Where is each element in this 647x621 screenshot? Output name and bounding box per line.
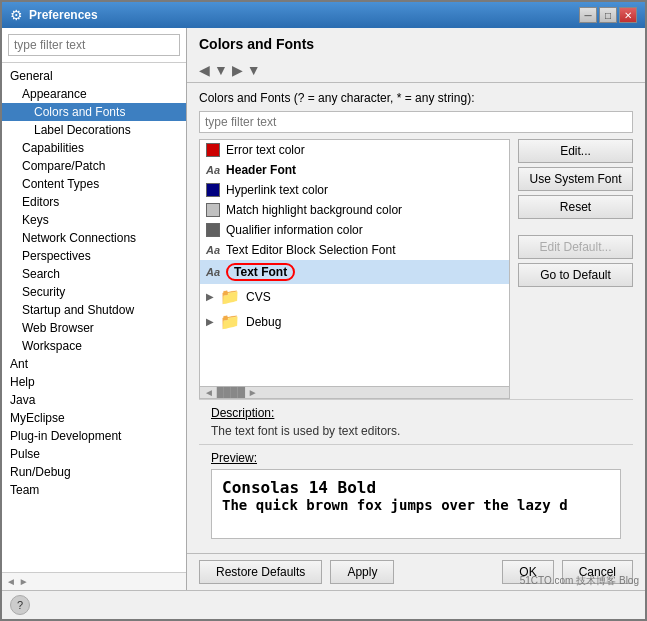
- apply-button[interactable]: Apply: [330, 560, 394, 584]
- expand-icon-cvs[interactable]: ▶: [206, 291, 214, 302]
- item-label-header: Header Font: [226, 163, 296, 177]
- back-button[interactable]: ◀: [199, 62, 210, 78]
- main-content: General Appearance Colors and Fonts Labe…: [2, 28, 645, 590]
- left-filter-input[interactable]: [8, 34, 180, 56]
- nav-dropdown[interactable]: ▼: [214, 62, 228, 78]
- title-bar: ⚙ Preferences ─ □ ✕: [2, 2, 645, 28]
- tree-workspace[interactable]: Workspace: [2, 337, 186, 355]
- folder-icon-debug: 📁: [220, 312, 240, 331]
- preview-box: Consolas 14 Bold The quick brown fox jum…: [211, 469, 621, 539]
- tree-pulse[interactable]: Pulse: [2, 445, 186, 463]
- tree-capabilities[interactable]: Capabilities: [2, 139, 186, 157]
- tree-content-types[interactable]: Content Types: [2, 175, 186, 193]
- item-label-block: Text Editor Block Selection Font: [226, 243, 395, 257]
- section-subtitle: Colors and Fonts (? = any character, * =…: [199, 91, 633, 105]
- close-button[interactable]: ✕: [619, 7, 637, 23]
- preferences-window: ⚙ Preferences ─ □ ✕ General Appearance C…: [0, 0, 647, 621]
- tree-myeclipse[interactable]: MyEclipse: [2, 409, 186, 427]
- tree-scrollbar[interactable]: ◄ ►: [2, 572, 186, 590]
- tree-search[interactable]: Search: [2, 265, 186, 283]
- tree-web-browser[interactable]: Web Browser: [2, 319, 186, 337]
- item-label-cvs: CVS: [246, 290, 271, 304]
- list-item-cvs[interactable]: ▶ 📁 CVS: [200, 284, 509, 309]
- list-item-header-font[interactable]: Aa Header Font: [200, 160, 509, 180]
- restore-defaults-button[interactable]: Restore Defaults: [199, 560, 322, 584]
- list-item-error-color[interactable]: Error text color: [200, 140, 509, 160]
- tree-ant[interactable]: Ant: [2, 355, 186, 373]
- tree-label-decorations[interactable]: Label Decorations: [2, 121, 186, 139]
- tree-compare-patch[interactable]: Compare/Patch: [2, 157, 186, 175]
- list-item-debug[interactable]: ▶ 📁 Debug: [200, 309, 509, 334]
- edit-button[interactable]: Edit...: [518, 139, 633, 163]
- item-label-debug: Debug: [246, 315, 281, 329]
- aa-icon-block: Aa: [206, 244, 220, 256]
- cf-filter-input[interactable]: [199, 111, 633, 133]
- go-to-default-button[interactable]: Go to Default: [518, 263, 633, 287]
- list-item-hyperlink-color[interactable]: Hyperlink text color: [200, 180, 509, 200]
- description-area: Description: The text font is used by te…: [199, 399, 633, 444]
- item-label-hyperlink: Hyperlink text color: [226, 183, 328, 197]
- filter-box: [2, 28, 186, 63]
- description-label: Description:: [211, 406, 621, 420]
- list-item-block-font[interactable]: Aa Text Editor Block Selection Font: [200, 240, 509, 260]
- preview-line1: Consolas 14 Bold: [222, 478, 610, 497]
- cf-list-scrollbar[interactable]: ◄ ████ ►: [200, 386, 509, 398]
- status-bar: ?: [2, 590, 645, 619]
- item-label-error: Error text color: [226, 143, 305, 157]
- tree-network-connections[interactable]: Network Connections: [2, 229, 186, 247]
- cf-list[interactable]: Error text color Aa Header Font Hyperlin…: [200, 140, 509, 386]
- watermark: 51CTO.com 技术博客 Blog: [514, 572, 645, 590]
- tree-colors-fonts[interactable]: Colors and Fonts: [2, 103, 186, 121]
- title-bar-left: ⚙ Preferences: [10, 7, 98, 23]
- list-item-text-font[interactable]: Aa Text Font: [200, 260, 509, 284]
- nav-dropdown2[interactable]: ▼: [247, 62, 261, 78]
- aa-icon-text: Aa: [206, 266, 220, 278]
- use-system-font-button[interactable]: Use System Font: [518, 167, 633, 191]
- right-panel: Colors and Fonts ◀ ▼ ▶ ▼ Colors and Font…: [187, 28, 645, 590]
- title-buttons: ─ □ ✕: [579, 7, 637, 23]
- tree-perspectives[interactable]: Perspectives: [2, 247, 186, 265]
- right-header: Colors and Fonts ◀ ▼ ▶ ▼: [187, 28, 645, 83]
- color-swatch-hyperlink: [206, 183, 220, 197]
- forward-button[interactable]: ▶: [232, 62, 243, 78]
- tree-java[interactable]: Java: [2, 391, 186, 409]
- color-swatch-error: [206, 143, 220, 157]
- left-panel: General Appearance Colors and Fonts Labe…: [2, 28, 187, 590]
- minimize-button[interactable]: ─: [579, 7, 597, 23]
- description-text: The text font is used by text editors.: [211, 424, 621, 438]
- tree-editors[interactable]: Editors: [2, 193, 186, 211]
- aa-icon-header: Aa: [206, 164, 220, 176]
- folder-icon-cvs: 📁: [220, 287, 240, 306]
- right-title: Colors and Fonts: [199, 36, 633, 52]
- cf-content: Error text color Aa Header Font Hyperlin…: [199, 139, 633, 399]
- list-item-qualifier-color[interactable]: Qualifier information color: [200, 220, 509, 240]
- tree-help[interactable]: Help: [2, 373, 186, 391]
- tree-keys[interactable]: Keys: [2, 211, 186, 229]
- reset-button[interactable]: Reset: [518, 195, 633, 219]
- tree-startup[interactable]: Startup and Shutdow: [2, 301, 186, 319]
- window-icon: ⚙: [10, 7, 23, 23]
- tree-appearance[interactable]: Appearance: [2, 85, 186, 103]
- item-label-match: Match highlight background color: [226, 203, 402, 217]
- help-button[interactable]: ?: [10, 595, 30, 615]
- nav-arrows: ◀ ▼ ▶ ▼: [199, 62, 261, 78]
- tree-run-debug[interactable]: Run/Debug: [2, 463, 186, 481]
- color-swatch-qualifier: [206, 223, 220, 237]
- expand-icon-debug[interactable]: ▶: [206, 316, 214, 327]
- cf-buttons: Edit... Use System Font Reset Edit Defau…: [518, 139, 633, 399]
- window-title: Preferences: [29, 8, 98, 22]
- list-item-match-color[interactable]: Match highlight background color: [200, 200, 509, 220]
- preview-label: Preview:: [211, 451, 621, 465]
- tree-team[interactable]: Team: [2, 481, 186, 499]
- item-label-text-font: Text Font: [226, 263, 295, 281]
- tree-security[interactable]: Security: [2, 283, 186, 301]
- bottom-left: Restore Defaults Apply: [199, 560, 394, 584]
- color-swatch-match: [206, 203, 220, 217]
- preview-line2: The quick brown fox jumps over the lazy …: [222, 497, 610, 513]
- maximize-button[interactable]: □: [599, 7, 617, 23]
- tree-area: General Appearance Colors and Fonts Labe…: [2, 63, 186, 572]
- tree-general[interactable]: General: [2, 67, 186, 85]
- preview-area: Preview: Consolas 14 Bold The quick brow…: [199, 444, 633, 545]
- tree-plugin-dev[interactable]: Plug-in Development: [2, 427, 186, 445]
- edit-default-button[interactable]: Edit Default...: [518, 235, 633, 259]
